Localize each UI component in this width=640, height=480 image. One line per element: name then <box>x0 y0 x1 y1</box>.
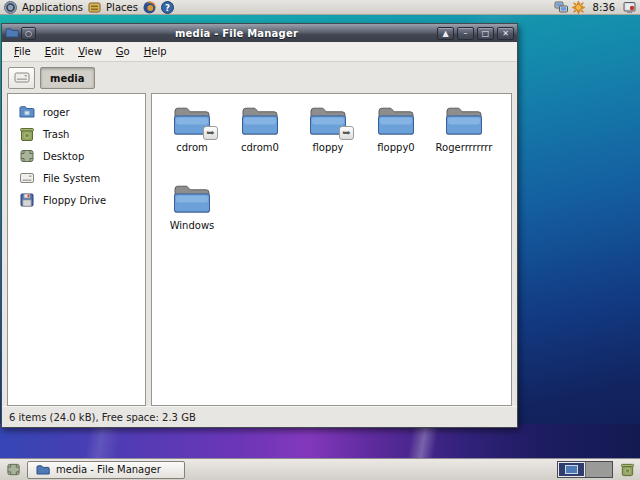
maximize-button[interactable]: □ <box>477 27 494 40</box>
statusbar: 6 items (24.0 kB), Free space: 2.3 GB <box>2 406 517 427</box>
folder-icon <box>444 104 484 138</box>
shade-button[interactable]: ▲ <box>437 27 454 40</box>
sidebar-label: Floppy Drive <box>43 195 106 206</box>
filesystem-root-button[interactable] <box>8 67 35 89</box>
symlink-emblem-icon: ➥ <box>203 126 218 140</box>
svg-text:?: ? <box>165 2 170 12</box>
file-manager-window: ○ media - File Manager ▲ – □ ✕ File Edit… <box>1 23 518 428</box>
task-button-label: media - File Manager <box>56 464 161 475</box>
file-name: cdrom0 <box>241 142 279 153</box>
workspace-1[interactable] <box>558 462 585 477</box>
show-desktop-button[interactable] <box>3 461 23 479</box>
menubar: File Edit View Go Help <box>2 42 517 62</box>
window-folder-icon <box>5 27 18 40</box>
file-item-windows[interactable]: Windows <box>158 182 226 254</box>
file-name: floppy <box>312 142 343 153</box>
taskbar-trash-button[interactable] <box>617 461 637 479</box>
wallpaper-purple-band <box>0 424 640 458</box>
window-options-button[interactable]: ○ <box>21 27 36 40</box>
task-folder-icon <box>36 464 50 476</box>
network-monitors-icon[interactable] <box>554 1 567 14</box>
applications-menu[interactable]: Applications <box>22 2 83 13</box>
updates-sun-icon[interactable] <box>572 1 585 14</box>
workspace-pager[interactable] <box>557 461 613 478</box>
clock[interactable]: 8:36 <box>590 2 618 13</box>
sidebar-label: Desktop <box>43 151 84 162</box>
trash-icon <box>19 126 35 142</box>
menu-help[interactable]: Help <box>137 44 174 59</box>
minimize-button[interactable]: – <box>457 27 474 40</box>
drive-icon <box>14 71 30 84</box>
file-list-view[interactable]: ➥ cdrom cdrom0 ➥ floppy <box>151 93 512 406</box>
file-item-cdrom[interactable]: ➥ cdrom <box>158 104 226 176</box>
sidebar-item-floppy[interactable]: Floppy Drive <box>8 189 145 211</box>
lock-screen-icon[interactable] <box>623 1 636 14</box>
symlink-emblem-icon: ➥ <box>339 126 354 140</box>
file-name: cdrom <box>176 142 208 153</box>
folder-icon <box>376 104 416 138</box>
pathbar: media <box>2 62 517 93</box>
taskbar-task-button[interactable]: media - File Manager <box>27 461 185 479</box>
folder-icon <box>172 182 212 216</box>
home-folder-icon <box>19 104 35 120</box>
places-drawer-icon[interactable] <box>88 1 101 14</box>
show-desktop-icon <box>6 462 21 477</box>
file-name: floppy0 <box>377 142 414 153</box>
firefox-icon[interactable] <box>143 1 156 14</box>
sidebar-label: File System <box>43 173 100 184</box>
file-item-floppy[interactable]: ➥ floppy <box>294 104 362 176</box>
window-title: media - File Manager <box>39 28 434 39</box>
file-item-cdrom0[interactable]: cdrom0 <box>226 104 294 176</box>
floppy-icon <box>19 192 35 208</box>
menu-file[interactable]: File <box>7 44 38 59</box>
menu-edit[interactable]: Edit <box>38 44 71 59</box>
menu-view[interactable]: View <box>71 44 109 59</box>
titlebar[interactable]: ○ media - File Manager ▲ – □ ✕ <box>2 24 517 42</box>
bottom-taskbar: media - File Manager <box>0 458 640 480</box>
folder-icon <box>240 104 280 138</box>
file-name: Rogerrrrrrrr <box>436 142 493 153</box>
window-content: roger Trash Desktop File System <box>2 93 517 406</box>
sidebar-label: roger <box>43 107 70 118</box>
menu-go[interactable]: Go <box>109 44 137 59</box>
help-icon[interactable]: ? <box>161 1 174 14</box>
file-item-floppy0[interactable]: floppy0 <box>362 104 430 176</box>
file-item-rogerrrrrrrr[interactable]: Rogerrrrrrrr <box>430 104 498 176</box>
trash-icon <box>620 462 635 477</box>
top-panel: Applications Places ? 8:36 <box>0 0 640 15</box>
sidebar-label: Trash <box>43 129 69 140</box>
desktop-icon <box>19 148 35 164</box>
close-button[interactable]: ✕ <box>497 27 514 40</box>
sidebar-item-filesystem[interactable]: File System <box>8 167 145 189</box>
workspace-window-thumb <box>565 465 578 474</box>
distro-swirl-icon[interactable] <box>4 1 17 14</box>
places-menu[interactable]: Places <box>106 2 138 13</box>
sidebar-item-desktop[interactable]: Desktop <box>8 145 145 167</box>
path-button-media[interactable]: media <box>40 67 95 89</box>
sidebar-item-home[interactable]: roger <box>8 101 145 123</box>
sidebar-item-trash[interactable]: Trash <box>8 123 145 145</box>
sidebar-shortcuts: roger Trash Desktop File System <box>7 93 146 406</box>
filesystem-icon <box>19 170 35 186</box>
statusbar-text: 6 items (24.0 kB), Free space: 2.3 GB <box>9 412 196 423</box>
workspace-2[interactable] <box>585 462 612 477</box>
file-name: Windows <box>170 220 215 231</box>
